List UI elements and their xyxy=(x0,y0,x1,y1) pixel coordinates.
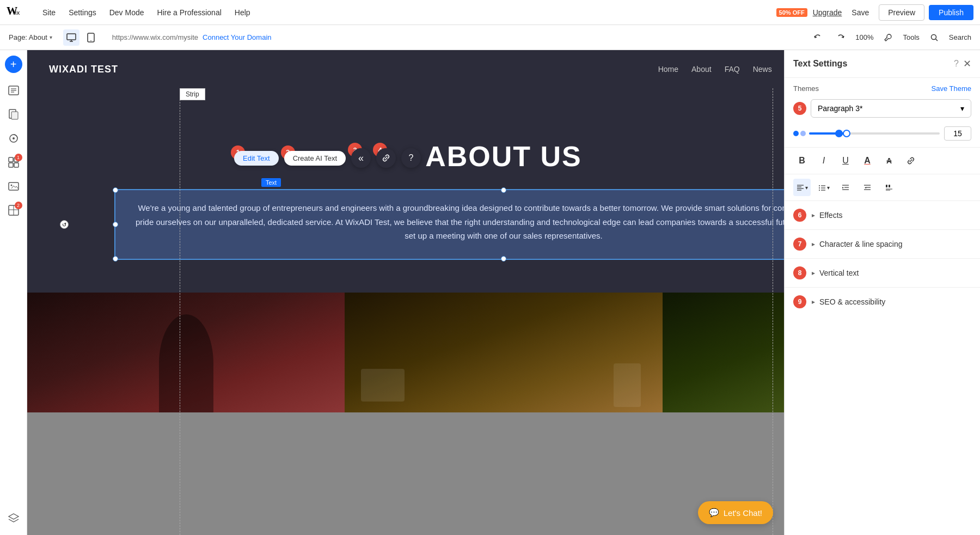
mobile-icon[interactable] xyxy=(83,29,99,46)
history-icon-item: 3 « xyxy=(351,148,371,168)
character-spacing-section[interactable]: 7 ▸ Character & line spacing xyxy=(785,229,980,258)
link-button[interactable] xyxy=(376,148,396,168)
list-button[interactable]: ▾ xyxy=(815,179,832,196)
italic-button[interactable]: I xyxy=(815,152,832,169)
step9-badge: 9 xyxy=(793,295,806,308)
character-spacing-chevron-icon: ▸ xyxy=(812,240,815,248)
font-size-row: 15 xyxy=(785,124,980,147)
publish-button[interactable]: Publish xyxy=(929,5,973,20)
blockquote-button[interactable] xyxy=(880,179,898,196)
site-logo: WIXADI TEST xyxy=(49,64,118,75)
edit-text-button[interactable]: Edit Text xyxy=(234,151,279,166)
nav-news[interactable]: News xyxy=(753,65,772,74)
svg-text:ix: ix xyxy=(15,9,20,16)
sidebar-icon-layers[interactable] xyxy=(3,508,24,530)
underline-button[interactable]: U xyxy=(837,152,854,169)
search-label: Search xyxy=(949,33,971,41)
url-text: https://www.wix.com/mysite xyxy=(112,33,198,41)
preview-button[interactable]: Preview xyxy=(879,4,924,21)
character-spacing-label: Character & line spacing xyxy=(819,240,971,248)
text-settings-close-button[interactable]: ✕ xyxy=(963,58,971,70)
nav-site[interactable]: Site xyxy=(36,0,62,25)
chat-bubble-icon: 💬 xyxy=(709,508,719,518)
format-toolbar: B I U A A xyxy=(785,147,980,174)
nav-dev-mode[interactable]: Dev Mode xyxy=(103,0,151,25)
step7-badge: 7 xyxy=(793,238,806,251)
page-chevron-icon: ▾ xyxy=(50,34,52,40)
save-button[interactable]: Save xyxy=(846,8,874,17)
nav-home[interactable]: Home xyxy=(658,65,678,74)
top-nav: W ix Site Settings Dev Mode Hire a Profe… xyxy=(0,0,980,25)
resize-handle-tl[interactable] xyxy=(113,187,118,193)
align-left-button[interactable]: ▾ xyxy=(793,179,811,196)
device-switcher xyxy=(63,29,99,46)
link-format-button[interactable] xyxy=(902,152,920,169)
slider-thumb-right[interactable] xyxy=(843,130,850,137)
image-panel-1 xyxy=(27,293,345,412)
create-ai-text-button[interactable]: Create AI Text xyxy=(284,151,346,166)
page-selector[interactable]: Page: About ▾ xyxy=(9,33,52,41)
upgrade-button[interactable]: Upgrade xyxy=(813,8,842,17)
resize-handle-tc[interactable] xyxy=(501,187,506,193)
sidebar-icon-apps[interactable]: 1 xyxy=(3,151,24,173)
seo-label: SEO & accessibility xyxy=(819,297,971,306)
sidebar-icon-pages[interactable] xyxy=(3,104,24,125)
effects-section[interactable]: 6 ▸ Effects xyxy=(785,200,980,229)
selected-text-box[interactable]: We're a young and talented group of entr… xyxy=(114,189,893,260)
resize-handle-bc[interactable] xyxy=(501,256,506,262)
tools-label: Tools xyxy=(903,33,919,41)
about-body-text[interactable]: We're a young and talented group of entr… xyxy=(132,201,875,243)
seo-chevron-icon: ▸ xyxy=(812,298,815,306)
undo-button[interactable] xyxy=(810,29,826,46)
link-icon-item: 4 xyxy=(376,148,396,168)
resize-handle-bl[interactable] xyxy=(113,256,118,262)
resize-handle-ml[interactable] xyxy=(113,222,118,227)
save-theme-button[interactable]: Save Theme xyxy=(932,84,971,93)
seo-section[interactable]: 9 ▸ SEO & accessibility xyxy=(785,287,980,316)
search-button[interactable] xyxy=(926,29,942,46)
zoom-label[interactable]: 100% xyxy=(855,33,873,41)
connect-domain-link[interactable]: Connect Your Domain xyxy=(203,33,271,41)
strikethrough-button[interactable]: A xyxy=(880,152,898,169)
outdent-button[interactable] xyxy=(859,179,876,196)
nav-settings[interactable]: Settings xyxy=(62,0,103,25)
add-element-button[interactable]: + xyxy=(5,56,22,73)
text-settings-help-icon[interactable]: ? xyxy=(954,59,959,69)
text-settings-panel: Text Settings ? ✕ Themes Save Theme 5 Pa… xyxy=(784,50,980,535)
dropdown-chevron-icon: ▾ xyxy=(960,104,964,113)
paragraph-dropdown[interactable]: Paragraph 3* ▾ xyxy=(811,99,971,118)
rotate-handle[interactable]: ↺ xyxy=(60,220,69,229)
nav-hire-professional[interactable]: Hire a Professional xyxy=(151,0,228,25)
chat-button[interactable]: 💬 Let's Chat! xyxy=(698,501,773,524)
sidebar-icon-design[interactable] xyxy=(3,127,24,149)
slider-thumb-left[interactable] xyxy=(835,130,843,137)
edit-text-item: 1 Edit Text xyxy=(234,151,279,166)
sidebar-badge: 1 xyxy=(15,154,22,161)
nav-help[interactable]: Help xyxy=(228,0,257,25)
font-size-slider[interactable] xyxy=(809,132,940,135)
help-button[interactable]: ? xyxy=(401,148,421,168)
history-button[interactable]: « xyxy=(351,148,371,168)
sidebar-badge-2: 2 xyxy=(15,202,22,209)
paragraph-dropdown-value: Paragraph 3* xyxy=(818,104,863,113)
bold-button[interactable]: B xyxy=(793,152,811,169)
redo-button[interactable] xyxy=(832,29,849,46)
vertical-text-section[interactable]: 8 ▸ Vertical text xyxy=(785,258,980,287)
nav-about[interactable]: About xyxy=(691,65,712,74)
sidebar-icon-media[interactable] xyxy=(3,175,24,197)
svg-line-8 xyxy=(935,39,938,41)
font-color-button[interactable]: A xyxy=(859,152,876,169)
nav-faq[interactable]: FAQ xyxy=(725,65,740,74)
svg-point-22 xyxy=(10,185,12,186)
font-color-label: A xyxy=(864,156,871,166)
svg-rect-19 xyxy=(9,163,13,167)
sidebar-icon-blog[interactable] xyxy=(3,80,24,101)
tools-button[interactable] xyxy=(880,29,896,46)
desktop-icon[interactable] xyxy=(63,29,79,46)
indent-button[interactable] xyxy=(837,179,854,196)
themes-row: Themes Save Theme xyxy=(785,78,980,99)
sidebar-icon-widgets[interactable]: 2 xyxy=(3,199,24,221)
svg-rect-21 xyxy=(9,183,19,190)
paragraph-dropdown-row: 5 Paragraph 3* ▾ xyxy=(785,99,980,124)
font-size-input[interactable]: 15 xyxy=(944,126,971,141)
